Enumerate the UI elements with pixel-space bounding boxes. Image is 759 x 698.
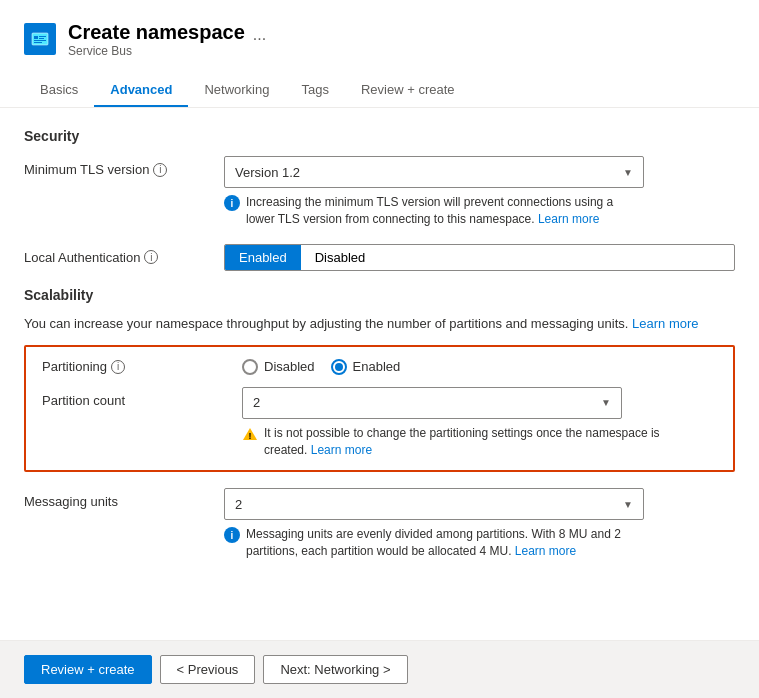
tab-networking[interactable]: Networking — [188, 74, 285, 107]
info-circle-icon: i — [224, 195, 240, 211]
partition-count-row: Partition count 2 ▼ ! — [42, 387, 717, 459]
messaging-info-text: Messaging units are evenly divided among… — [246, 526, 644, 560]
tls-version-row: Minimum TLS version i Version 1.2 ▼ i In… — [24, 156, 735, 228]
svg-rect-1 — [34, 36, 38, 39]
partitioning-radio-group: Disabled Enabled — [242, 359, 400, 375]
page-subtitle: Service Bus — [68, 44, 245, 58]
partitioning-label: Partitioning — [42, 359, 107, 374]
review-create-button[interactable]: Review + create — [24, 655, 152, 684]
auth-info-icon[interactable]: i — [144, 250, 158, 264]
scalability-learn-more-link[interactable]: Learn more — [632, 316, 698, 331]
tab-review-create[interactable]: Review + create — [345, 74, 471, 107]
messaging-units-select[interactable]: 2 ▼ — [224, 488, 644, 520]
messaging-learn-more-link[interactable]: Learn more — [515, 544, 576, 558]
next-button[interactable]: Next: Networking > — [263, 655, 407, 684]
messaging-units-control: 2 ▼ i Messaging units are evenly divided… — [224, 488, 735, 560]
auth-toggle-group: Enabled Disabled — [224, 244, 735, 271]
partition-warning-text: It is not possible to change the partiti… — [264, 425, 662, 459]
partitioning-row: Partitioning i Disabled Enabled — [42, 359, 717, 375]
partition-warning-box: ! It is not possible to change the parti… — [242, 425, 662, 459]
svg-rect-3 — [39, 38, 44, 39]
partitioning-enabled-option[interactable]: Enabled — [331, 359, 401, 375]
security-section-title: Security — [24, 128, 735, 144]
svg-rect-2 — [39, 36, 46, 37]
scalability-description: You can increase your namespace throughp… — [24, 315, 735, 333]
partition-count-control: 2 ▼ ! It is not possible to change the p… — [242, 387, 662, 459]
tls-info-box: i Increasing the minimum TLS version wil… — [224, 194, 644, 228]
main-content: Security Minimum TLS version i Version 1… — [0, 108, 759, 640]
partitioning-disabled-option[interactable]: Disabled — [242, 359, 315, 375]
tab-bar: Basics Advanced Networking Tags Review +… — [24, 74, 735, 107]
partition-count-select[interactable]: 2 ▼ — [242, 387, 622, 419]
app-icon — [24, 23, 56, 55]
svg-rect-4 — [34, 40, 46, 41]
messaging-chevron-icon: ▼ — [623, 499, 633, 510]
messaging-info-box: i Messaging units are evenly divided amo… — [224, 526, 644, 560]
messaging-units-row: Messaging units 2 ▼ i Messaging units ar… — [24, 488, 735, 560]
tls-label: Minimum TLS version — [24, 162, 149, 177]
partition-warning-learn-more[interactable]: Learn more — [311, 443, 372, 457]
tls-info-text: Increasing the minimum TLS version will … — [246, 194, 644, 228]
svg-rect-5 — [34, 42, 42, 43]
messaging-info-circle-icon: i — [224, 527, 240, 543]
partition-chevron-icon: ▼ — [601, 397, 611, 408]
chevron-down-icon: ▼ — [623, 167, 633, 178]
tab-advanced[interactable]: Advanced — [94, 74, 188, 107]
partitioning-info-icon[interactable]: i — [111, 360, 125, 374]
partition-count-label: Partition count — [42, 393, 125, 408]
footer: Review + create < Previous Next: Network… — [0, 640, 759, 698]
partitioning-box: Partitioning i Disabled Enabled — [24, 345, 735, 473]
page-header: Create namespace Service Bus ··· Basics … — [0, 0, 759, 108]
auth-disabled-button[interactable]: Disabled — [301, 245, 380, 270]
tls-select[interactable]: Version 1.2 ▼ — [224, 156, 644, 188]
tls-info-icon[interactable]: i — [153, 163, 167, 177]
local-auth-row: Local Authentication i Enabled Disabled — [24, 244, 735, 271]
auth-label: Local Authentication — [24, 250, 140, 265]
tab-tags[interactable]: Tags — [285, 74, 344, 107]
tab-basics[interactable]: Basics — [24, 74, 94, 107]
auth-control: Enabled Disabled — [224, 244, 735, 271]
page-title: Create namespace — [68, 20, 245, 44]
svg-text:!: ! — [249, 431, 252, 441]
tls-control: Version 1.2 ▼ i Increasing the minimum T… — [224, 156, 735, 228]
warning-triangle-icon: ! — [242, 426, 258, 442]
radio-enabled-circle — [331, 359, 347, 375]
more-options-icon[interactable]: ··· — [253, 30, 266, 48]
messaging-units-label: Messaging units — [24, 494, 118, 509]
previous-button[interactable]: < Previous — [160, 655, 256, 684]
tls-learn-more-link[interactable]: Learn more — [538, 212, 599, 226]
scalability-section-title: Scalability — [24, 287, 735, 303]
auth-enabled-button[interactable]: Enabled — [225, 245, 301, 270]
radio-disabled-circle — [242, 359, 258, 375]
